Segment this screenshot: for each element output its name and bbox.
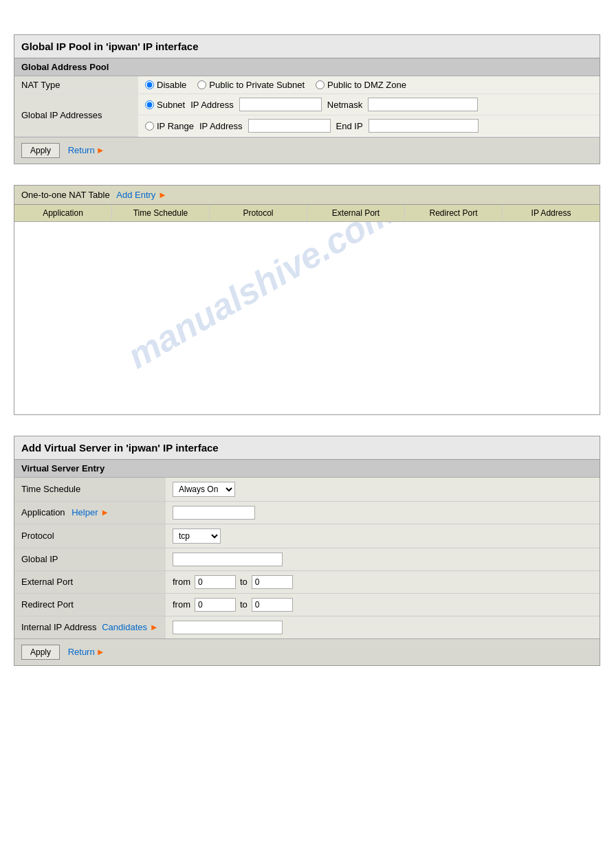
nat-type-public-private[interactable]: Public to Private Subnet xyxy=(197,80,305,90)
external-port-from-input[interactable] xyxy=(195,575,236,589)
nat-type-public-dmz-label: Public to DMZ Zone xyxy=(327,80,406,90)
nat-col-external-port: External Port xyxy=(307,205,405,221)
redirect-port-from-input[interactable] xyxy=(195,598,236,612)
end-ip-label: End IP xyxy=(336,121,363,131)
global-ip-pool-return-link[interactable]: Return ► xyxy=(68,145,105,155)
candidates-label: Candidates xyxy=(102,622,147,632)
netmask-label: Netmask xyxy=(327,100,362,110)
end-ip-input[interactable] xyxy=(369,119,479,133)
virtual-server-form: Time Schedule Always OnSchedule 1Schedul… xyxy=(14,478,600,638)
nat-col-redirect-port: Redirect Port xyxy=(405,205,503,221)
global-ip-pool-title: Global IP Pool in 'ipwan' IP interface xyxy=(14,35,600,58)
internal-ip-value-cell xyxy=(166,616,600,638)
subnet-radio[interactable] xyxy=(145,100,154,109)
external-port-to-label: to xyxy=(240,577,248,587)
global-ip-pool-apply-button[interactable]: Apply xyxy=(21,143,60,158)
global-ip-input[interactable] xyxy=(173,553,283,566)
candidates-link[interactable]: Candidates ► xyxy=(102,622,158,632)
global-ip-pool-return-label: Return xyxy=(68,145,95,155)
nat-table-title: One-to-one NAT Table xyxy=(21,190,110,200)
global-ip-addresses-label: Global IP Addresses xyxy=(14,94,138,137)
nat-table-body: manualshive.com xyxy=(14,222,600,414)
redirect-port-label: Redirect Port xyxy=(14,593,166,616)
nat-add-entry-label: Add Entry xyxy=(116,190,155,200)
application-input[interactable] xyxy=(173,506,255,520)
global-ip-pool-section: Global IP Pool in 'ipwan' IP interface G… xyxy=(14,34,600,164)
iprange-radio[interactable] xyxy=(145,122,154,131)
nat-type-label: NAT Type xyxy=(14,76,138,94)
global-ip-label: Global IP xyxy=(14,548,166,570)
internal-ip-input[interactable] xyxy=(173,621,283,634)
iprange-ip-input[interactable] xyxy=(248,119,331,133)
global-ip-value-cell xyxy=(166,548,600,570)
global-address-pool-subtitle: Global Address Pool xyxy=(14,58,600,76)
nat-type-public-dmz-radio[interactable] xyxy=(316,80,325,89)
iprange-label: IP Range xyxy=(157,121,194,131)
nat-type-public-private-radio[interactable] xyxy=(197,80,206,89)
virtual-server-apply-row: Apply Return ► xyxy=(14,638,600,665)
nat-add-arrow-icon: ► xyxy=(158,190,167,200)
iprange-radio-label[interactable]: IP Range xyxy=(145,121,194,131)
iprange-row: IP Range IP Address End IP xyxy=(138,115,600,137)
nat-add-entry-link[interactable]: Add Entry ► xyxy=(116,190,167,200)
nat-col-protocol: Protocol xyxy=(210,205,307,221)
virtual-server-return-link[interactable]: Return ► xyxy=(68,647,105,657)
application-label-cell: Application Helper ► xyxy=(14,501,166,524)
external-port-label: External Port xyxy=(14,570,166,593)
netmask-input[interactable] xyxy=(368,98,478,111)
virtual-server-subtitle: Virtual Server Entry xyxy=(14,460,600,478)
nat-table-columns: Application Time Schedule Protocol Exter… xyxy=(14,205,600,222)
redirect-port-to-input[interactable] xyxy=(252,598,293,612)
nat-table-header: One-to-one NAT Table Add Entry ► xyxy=(14,186,600,205)
virtual-server-title: Add Virtual Server in 'ipwan' IP interfa… xyxy=(14,436,600,460)
nat-type-disable-radio[interactable] xyxy=(145,80,154,89)
protocol-select[interactable]: tcpudptcp/udp xyxy=(173,528,221,544)
virtual-server-apply-button[interactable]: Apply xyxy=(21,645,60,660)
nat-table-rows xyxy=(14,222,600,359)
protocol-value-cell: tcpudptcp/udp xyxy=(166,524,600,548)
virtual-server-section: Add Virtual Server in 'ipwan' IP interfa… xyxy=(14,436,600,666)
virtual-server-return-label: Return xyxy=(68,647,95,657)
application-label: Application xyxy=(21,507,65,518)
nat-col-ip-address: IP Address xyxy=(503,205,600,221)
subnet-ip-label: IP Address xyxy=(190,100,234,110)
nat-type-disable-label: Disable xyxy=(157,80,186,90)
nat-type-disable[interactable]: Disable xyxy=(145,80,186,90)
return-arrow-icon: ► xyxy=(96,145,105,155)
subnet-ip-input[interactable] xyxy=(239,98,322,111)
candidates-arrow-icon: ► xyxy=(150,622,159,632)
protocol-label: Protocol xyxy=(14,524,166,548)
time-schedule-value-cell: Always OnSchedule 1Schedule 2Schedule 3 xyxy=(166,478,600,502)
subnet-label: Subnet xyxy=(157,100,185,110)
nat-type-options: Disable Public to Private Subnet Public … xyxy=(138,76,600,94)
subnet-radio-label[interactable]: Subnet xyxy=(145,100,185,110)
application-value-cell xyxy=(166,501,600,524)
redirect-port-from-label: from xyxy=(173,599,190,610)
redirect-port-value-cell: from to xyxy=(166,593,600,616)
nat-col-application: Application xyxy=(14,205,112,221)
helper-link[interactable]: Helper ► xyxy=(72,507,109,518)
nat-type-public-private-label: Public to Private Subnet xyxy=(209,80,305,90)
vs-return-arrow-icon: ► xyxy=(96,647,105,657)
redirect-port-to-label: to xyxy=(240,599,248,610)
external-port-to-input[interactable] xyxy=(252,575,293,589)
helper-arrow-icon: ► xyxy=(100,507,109,518)
nat-table-section: One-to-one NAT Table Add Entry ► Applica… xyxy=(14,185,600,415)
internal-ip-label: Internal IP Address xyxy=(21,622,97,632)
nat-col-time-schedule: Time Schedule xyxy=(112,205,210,221)
global-ip-pool-apply-row: Apply Return ► xyxy=(14,137,600,164)
subnet-row: Subnet IP Address Netmask xyxy=(138,94,600,115)
global-ip-pool-form: NAT Type Disable Public to Private Subne… xyxy=(14,76,600,137)
time-schedule-select[interactable]: Always OnSchedule 1Schedule 2Schedule 3 xyxy=(173,482,235,497)
internal-ip-label-cell: Internal IP Address Candidates ► xyxy=(14,616,166,638)
external-port-from-label: from xyxy=(173,577,190,587)
iprange-ip-label: IP Address xyxy=(199,121,243,131)
time-schedule-label: Time Schedule xyxy=(14,478,166,502)
helper-label: Helper xyxy=(72,507,98,518)
external-port-value-cell: from to xyxy=(166,570,600,593)
nat-type-public-dmz[interactable]: Public to DMZ Zone xyxy=(316,80,406,90)
